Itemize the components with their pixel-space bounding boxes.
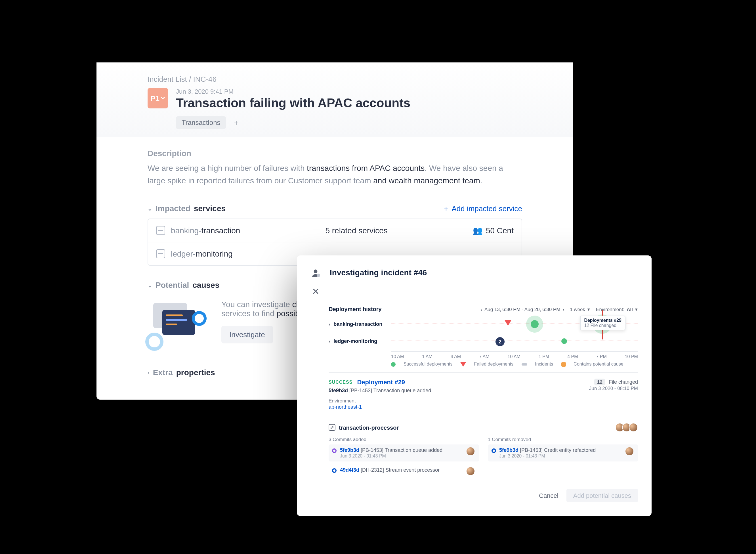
deployment-history-label: Deployment history	[329, 306, 382, 312]
chevron-left-icon: ‹	[480, 306, 482, 312]
commit-icon	[332, 448, 337, 453]
cancel-button[interactable]: Cancel	[539, 492, 559, 499]
deployment-detail: SUCCESS Deployment #29 12 File changed 5…	[329, 372, 638, 481]
chart-row-label[interactable]: ›banking-transaction	[329, 316, 391, 333]
svg-point-0	[314, 270, 317, 273]
chevron-right-icon: ›	[329, 339, 330, 344]
plus-icon: +	[444, 204, 448, 213]
environment-value[interactable]: ap-northeast-1	[329, 404, 638, 410]
incident-node[interactable]: 2	[496, 337, 505, 346]
chevron-right-icon: ›	[329, 322, 330, 327]
service-owner: 50 Cent	[486, 226, 514, 235]
commit-item[interactable]: 49d4f3d [DH-2312] Stream event processor	[329, 464, 479, 478]
priority-label: P1	[151, 94, 160, 103]
add-impacted-service-button[interactable]: + Add impacted service	[444, 204, 522, 213]
avatar	[466, 467, 474, 475]
service-icon	[156, 226, 165, 235]
deployment-commit-summary: 5fe9b3d [PB-1453] Transaction queue adde…	[329, 388, 431, 393]
chevron-down-icon: ⌄	[148, 206, 152, 212]
chart-x-axis: 10 AM1 AM4 AM7 AM10 AM1 PM4 PM7 PM10 PM	[391, 354, 638, 359]
potential-causes-text: You can investigate cha services to find…	[221, 300, 306, 318]
files-changed-label: File changed	[609, 379, 638, 385]
commit-item[interactable]: 5fe9b3d [PB-1453] Credit entity refactor…	[488, 444, 638, 461]
deployment-timestamp: Jun 3 2020 - 08:10 PM	[589, 385, 638, 391]
files-changed-badge: 12	[594, 379, 605, 385]
breadcrumb-sep: /	[189, 75, 191, 84]
incident-bar-icon	[521, 363, 527, 365]
success-deployment-node[interactable]	[531, 320, 539, 328]
period-select[interactable]: 1 week ▾	[570, 306, 590, 312]
success-dot-icon	[391, 362, 396, 367]
chevron-down-icon: ⌄	[148, 282, 152, 288]
fail-triangle-icon	[461, 362, 466, 367]
impacted-services-toggle[interactable]: ⌄ Impacted services	[148, 204, 226, 213]
chart-row-label[interactable]: ›ledger-monitoring	[329, 333, 391, 350]
commit-item[interactable]: 5fe9b3d [PB-1453] Transaction queue adde…	[329, 444, 479, 461]
chevron-down-icon: ▾	[587, 306, 590, 312]
close-icon[interactable]: ✕	[312, 286, 319, 297]
potential-causes-toggle[interactable]: ⌄ Potential causes	[148, 281, 219, 290]
svg-point-1	[317, 274, 320, 277]
incident-timestamp: Jun 3, 2020 9:41 PM	[176, 88, 522, 95]
priority-chip[interactable]: P1	[148, 88, 168, 108]
service-row[interactable]: banking-transaction 5 related services 👥…	[148, 219, 522, 242]
avatar	[626, 447, 633, 455]
incident-header: Incident List / INC-46 P1 Jun 3, 2020 9:…	[97, 62, 573, 137]
package-icon: ⤢	[329, 424, 336, 431]
deployment-status-badge: SUCCESS	[329, 380, 352, 385]
avatar	[466, 447, 474, 455]
investigate-button[interactable]: Investigate	[221, 326, 273, 344]
environment-label: Environment	[329, 398, 638, 403]
service-icon	[156, 250, 165, 259]
description-text: We are seeing a high number of failures …	[148, 162, 522, 187]
investigate-illustration	[148, 300, 204, 349]
chevron-down-icon: ▾	[635, 306, 638, 312]
breadcrumb-id[interactable]: INC-46	[193, 75, 217, 84]
failed-deployment-node[interactable]	[505, 320, 511, 326]
investigate-title: Investigating incident #46	[330, 268, 427, 277]
add-tag-button[interactable]: +	[231, 118, 242, 127]
contributor-avatars[interactable]	[618, 423, 638, 432]
potential-cause-icon	[561, 362, 566, 367]
commit-icon	[332, 468, 337, 473]
commit-icon	[491, 448, 496, 453]
description-heading: Description	[148, 149, 522, 158]
related-services-count: 5 related services	[325, 226, 387, 235]
chevron-right-icon: ›	[148, 370, 150, 376]
processor-toggle[interactable]: ⤢ transaction-processor	[329, 424, 399, 431]
chevron-down-icon	[161, 97, 165, 100]
date-range-control[interactable]: ‹ Aug 13, 6:30 PM - Aug 20, 6:30 PM ›	[480, 306, 564, 312]
success-deployment-node[interactable]	[561, 338, 567, 344]
investigate-panel: ✕ Investigating incident #46 Deployment …	[297, 256, 651, 516]
chevron-right-icon: ›	[563, 306, 565, 312]
chart-tooltip: Deployments #29 12 File changed	[580, 316, 626, 330]
incident-title: Transaction failing with APAC accounts	[176, 96, 522, 111]
tag-chip[interactable]: Transactions	[176, 116, 226, 129]
chart-legend: Successful deployments Failed deployment…	[391, 362, 638, 367]
deployment-chart: ›banking-transaction ›ledger-monitoring …	[329, 316, 638, 352]
users-icon: 👥	[473, 226, 482, 235]
add-potential-causes-button[interactable]: Add potential causes	[567, 489, 638, 502]
breadcrumb[interactable]: Incident List / INC-46	[148, 75, 522, 84]
commits-removed-heading: 1 Commits removed	[488, 437, 638, 442]
deployment-name-link[interactable]: Deployment #29	[357, 379, 405, 385]
user-icon	[310, 268, 321, 278]
breadcrumb-list[interactable]: Incident List	[148, 75, 187, 84]
commits-added-heading: 3 Commits added	[329, 437, 479, 442]
